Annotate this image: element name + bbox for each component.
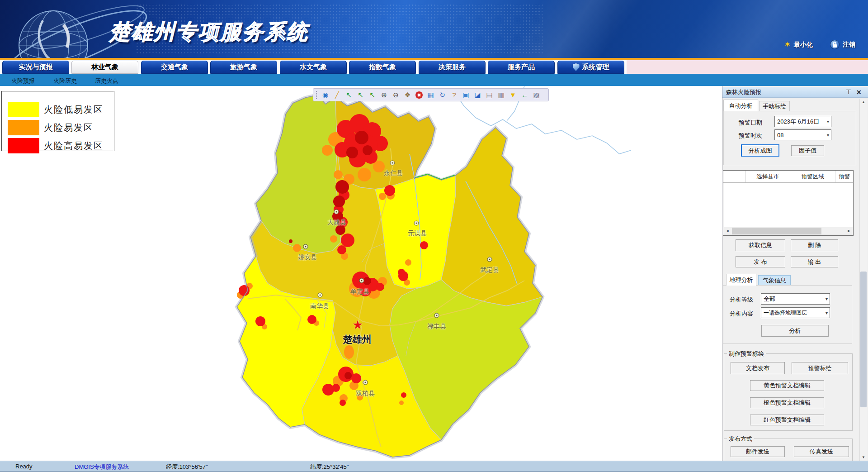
get-info-button[interactable]: 获取信息 xyxy=(736,239,785,251)
fax-send-button[interactable]: 传真发送 xyxy=(794,446,849,457)
pin-icon[interactable]: ⊤ xyxy=(846,88,851,95)
red-warning-doc-button[interactable]: 红色预警文档编辑 xyxy=(750,415,824,425)
app-title: 楚雄州专项服务系统 xyxy=(109,18,309,46)
globe-icon[interactable]: ◉ xyxy=(321,91,329,99)
analysis-level-select[interactable]: 全部 ▾ xyxy=(761,293,830,305)
status-bar: Ready DMGIS专项服务系统 经度:103°56'57" 纬度:25°32… xyxy=(0,461,868,472)
print-icon[interactable]: ▤ xyxy=(486,91,493,99)
close-icon[interactable]: × xyxy=(856,88,861,97)
tab-label: 交通气象 xyxy=(161,63,188,72)
pan-icon[interactable]: ❖ xyxy=(404,91,411,99)
status-longitude: 经度:103°56'57" xyxy=(166,463,208,471)
analysis-level-label: 分析等级 xyxy=(730,296,753,304)
zoom-out-icon[interactable]: ⊖ xyxy=(392,91,400,99)
orange-warning-doc-button[interactable]: 橙色预警文档编辑 xyxy=(750,397,824,408)
map-area[interactable]: 永仁县元谋县大姚县姚安县武定县南华县牟定县禄丰县双柏县楚雄州★ 火险低易发区 火… xyxy=(0,86,722,461)
tab-index-weather[interactable]: 指数气象 xyxy=(349,61,416,74)
tab-traffic-weather[interactable]: 交通气象 xyxy=(141,61,208,74)
tab-hydrology-weather[interactable]: 水文气象 xyxy=(280,61,347,74)
warning-table[interactable]: 选择县市 预警区域 预警 ◄ ► xyxy=(723,170,854,236)
tab-service-products[interactable]: 服务产品 xyxy=(488,61,555,74)
print-preview-icon[interactable]: ▥ xyxy=(497,91,505,99)
stop-icon[interactable]: ✖ xyxy=(415,91,423,99)
screenshot-icon[interactable]: ▣ xyxy=(462,91,470,99)
legend-label: 火险低易发区 xyxy=(44,104,104,116)
panel-scrollbar[interactable]: ▲ ▼ xyxy=(859,99,867,461)
tab-label: 系统管理 xyxy=(582,63,609,72)
export-button[interactable]: 输 出 xyxy=(791,256,838,267)
analysis-content-select[interactable]: 一请选择地理图层- ▾ xyxy=(761,307,830,318)
tab-weather-info[interactable]: 气象信息 xyxy=(758,275,791,286)
warning-time-value: 08 xyxy=(777,132,783,138)
back-icon[interactable]: ← xyxy=(521,91,528,99)
page-refresh-icon[interactable]: ↻ xyxy=(439,91,446,99)
logout-button[interactable]: 注销 xyxy=(830,40,855,49)
legend-label: 火险易发区 xyxy=(44,122,94,134)
toolbar-grip[interactable] xyxy=(316,91,318,99)
select-arrow-icon[interactable]: ↖ xyxy=(357,91,364,99)
scroll-left-icon[interactable]: ◄ xyxy=(724,227,731,235)
warning-date-select[interactable]: 2023年 6月16日 ▾ xyxy=(774,116,831,127)
table-header-row: 选择县市 预警区域 预警 xyxy=(723,171,853,183)
chevron-down-icon: ▾ xyxy=(827,133,829,138)
tab-geo-analysis[interactable]: 地理分析 xyxy=(726,274,756,286)
analysis-content-label: 分析内容 xyxy=(730,310,753,318)
factor-value-button[interactable]: 因子值 xyxy=(791,145,824,156)
identify-icon[interactable]: ? xyxy=(450,91,458,99)
tab-label: 实况与预报 xyxy=(19,63,53,72)
sub-navigation: 火险预报 火险历史 历史火点 xyxy=(0,74,868,86)
tab-system-management[interactable]: 系统管理 xyxy=(557,61,624,74)
analyze-button[interactable]: 分析 xyxy=(761,325,829,337)
doc-publish-button[interactable]: 文档发布 xyxy=(731,362,785,374)
warning-plot-button[interactable]: 预警标绘 xyxy=(792,362,848,374)
tab-tourism-weather[interactable]: 旅游气象 xyxy=(210,61,277,74)
email-send-button[interactable]: 邮件发送 xyxy=(731,446,785,457)
status-ready: Ready xyxy=(15,463,33,470)
subnav-fire-forecast[interactable]: 火险预报 xyxy=(11,77,35,85)
status-system-link[interactable]: DMGIS专项服务系统 xyxy=(75,463,129,471)
select-lasso-icon[interactable]: ↖ xyxy=(368,91,376,99)
shield-icon xyxy=(573,63,580,71)
scroll-down-icon[interactable]: ▼ xyxy=(860,454,867,461)
tab-label: 决策服务 xyxy=(439,63,466,72)
panel-title: 森林火险预报 xyxy=(726,88,761,96)
layers-icon[interactable]: ◪ xyxy=(474,91,481,99)
subnav-historical-fire-points[interactable]: 历史火点 xyxy=(95,77,118,85)
minimize-label: 最小化 xyxy=(794,41,813,49)
table-hscrollbar[interactable]: ◄ ► xyxy=(724,227,853,235)
select-circle-icon[interactable]: ↖ xyxy=(345,91,353,99)
panel-titlebar: 森林火险预报 ⊤ × xyxy=(722,87,868,98)
tab-live-forecast[interactable]: 实况与预报 xyxy=(2,61,69,74)
scroll-thumb[interactable] xyxy=(860,272,867,407)
warning-time-label: 预警时次 xyxy=(739,132,762,140)
hscroll-thumb[interactable] xyxy=(732,228,821,234)
ruler-icon[interactable]: ╱ xyxy=(333,91,341,99)
tab-label: 指数气象 xyxy=(369,63,396,72)
app-window: 楚雄州专项服务系统 ✶ 最小化 注销 实况与预报 林业气象 交通气象 旅游气象 … xyxy=(0,0,868,472)
chart-window-icon[interactable]: ▦ xyxy=(427,91,434,99)
window-controls: ✶ 最小化 注销 xyxy=(784,40,855,49)
subnav-fire-history[interactable]: 火险历史 xyxy=(53,77,77,85)
delete-button[interactable]: 删 除 xyxy=(791,239,838,251)
tab-manual-plot[interactable]: 手动标绘 xyxy=(759,101,790,111)
legend-swatch-high xyxy=(8,138,39,153)
export-map-icon[interactable]: ▨ xyxy=(533,91,540,99)
tab-label: 林业气象 xyxy=(91,63,118,72)
tab-forestry-weather[interactable]: 林业气象 xyxy=(71,61,138,74)
analysis-content-value: 一请选择地理图层- xyxy=(764,309,809,317)
table-header-region: 预警区域 xyxy=(790,171,835,182)
yellow-warning-doc-button[interactable]: 黄色预警文档编辑 xyxy=(750,380,824,391)
tab-auto-analysis[interactable]: 自动分析 xyxy=(723,100,758,111)
zoom-in-icon[interactable]: ⊕ xyxy=(380,91,388,99)
scroll-right-icon[interactable]: ► xyxy=(845,227,853,235)
warning-date-value: 2023年 6月16日 xyxy=(777,118,819,126)
app-header: 楚雄州专项服务系统 ✶ 最小化 注销 xyxy=(0,0,868,58)
map-toolbar: ◉╱↖↖↖⊕⊖❖✖▦↻?▣◪▤▥▼←▨ xyxy=(313,88,549,101)
scroll-up-icon[interactable]: ▲ xyxy=(860,99,867,105)
minimize-button[interactable]: ✶ 最小化 xyxy=(784,41,813,49)
publish-button[interactable]: 发 布 xyxy=(736,256,785,267)
analyze-map-button[interactable]: 分析成图 xyxy=(741,144,779,157)
tab-decision-service[interactable]: 决策服务 xyxy=(419,61,486,74)
warning-time-select[interactable]: 08 ▾ xyxy=(774,129,831,140)
pin-marker-icon[interactable]: ▼ xyxy=(509,91,517,99)
